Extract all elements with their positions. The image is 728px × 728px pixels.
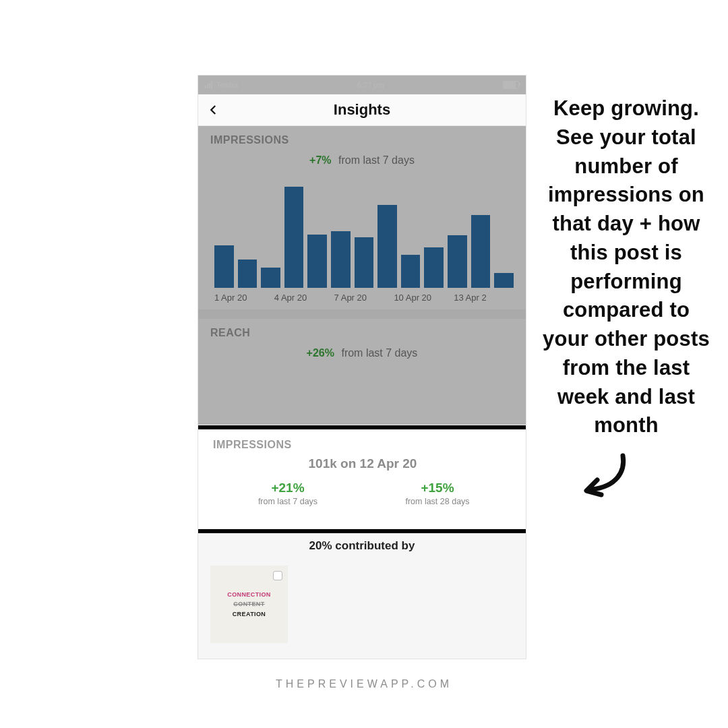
reach-change-pct: +26% (307, 347, 334, 359)
chart-bar[interactable] (471, 215, 491, 288)
nav-bar: Insights (198, 94, 526, 126)
chart-bar[interactable] (307, 235, 327, 289)
post-text: CONNECTION CONTENT CREATION (227, 590, 271, 619)
impressions-chart[interactable]: 1 Apr 204 Apr 207 Apr 2010 Apr 2013 Apr … (210, 171, 514, 305)
chart-xtick: 10 Apr 20 (394, 293, 454, 303)
arrow-icon (581, 452, 635, 506)
chart-bar[interactable] (494, 273, 514, 289)
chart-xtick: 4 Apr 20 (274, 293, 334, 303)
highlight-week-pct: +21% (213, 481, 363, 495)
section-divider (198, 309, 526, 319)
reach-change: +26% from last 7 days (210, 347, 514, 359)
highlight-month-pct: +15% (363, 481, 512, 495)
highlight-value: 101k on 12 Apr 20 (213, 456, 512, 471)
post-thumbnail[interactable]: CONNECTION CONTENT CREATION (210, 566, 288, 643)
highlight-week: +21% from last 7 days (213, 481, 363, 506)
highlight-month-note: from last 28 days (363, 497, 512, 506)
chart-bar[interactable] (214, 245, 234, 288)
impressions-label: IMPRESSIONS (210, 134, 514, 146)
chart-xtick: 7 Apr 20 (334, 293, 394, 303)
reach-change-note: from last 7 days (341, 347, 417, 359)
contributed-label: 20% contributed by (198, 539, 526, 553)
post-line-2: CONTENT (227, 599, 271, 609)
post-line-3: CREATION (227, 609, 271, 619)
multi-select-icon (273, 571, 282, 580)
post-line-1: CONNECTION (227, 590, 271, 599)
reach-section: REACH +26% from last 7 days (198, 319, 526, 363)
highlight-card: IMPRESSIONS 101k on 12 Apr 20 +21% from … (198, 425, 526, 533)
highlight-week-note: from last 7 days (213, 497, 363, 506)
impressions-change: +7% from last 7 days (210, 154, 514, 166)
chart-bar[interactable] (284, 187, 304, 288)
chart-xtick: 1 Apr 20 (214, 293, 274, 303)
carrier-label: Telstra (216, 81, 238, 89)
chart-bar[interactable] (424, 247, 444, 288)
impressions-change-note: from last 7 days (338, 154, 415, 166)
battery-icon (503, 81, 519, 89)
annotation-caption: Keep growing. See your total number of i… (539, 94, 713, 440)
page-title: Insights (198, 101, 526, 119)
chart-xtick: 13 Apr 2 (454, 293, 514, 303)
impressions-change-pct: +7% (309, 154, 331, 166)
phone-screen: Telstra 6:27 pm Insights IMPRESSIONS +7%… (198, 75, 526, 659)
impressions-section: IMPRESSIONS +7% from last 7 days 1 Apr 2… (198, 126, 526, 309)
status-time: 6:27 pm (357, 81, 384, 89)
highlight-month: +15% from last 28 days (363, 481, 512, 506)
status-bar: Telstra 6:27 pm (198, 75, 526, 94)
chart-bar[interactable] (238, 260, 257, 288)
chart-bar[interactable] (448, 235, 467, 288)
reach-label: REACH (210, 327, 514, 339)
watermark: THEPREVIEWAPP.COM (0, 678, 728, 690)
chart-bar[interactable] (377, 205, 397, 288)
chart-bar[interactable] (355, 237, 374, 288)
chart-bar[interactable] (261, 268, 280, 288)
chart-bar[interactable] (401, 255, 421, 289)
chart-bar[interactable] (331, 231, 351, 288)
signal-icon (205, 82, 212, 88)
highlight-label: IMPRESSIONS (213, 439, 512, 451)
